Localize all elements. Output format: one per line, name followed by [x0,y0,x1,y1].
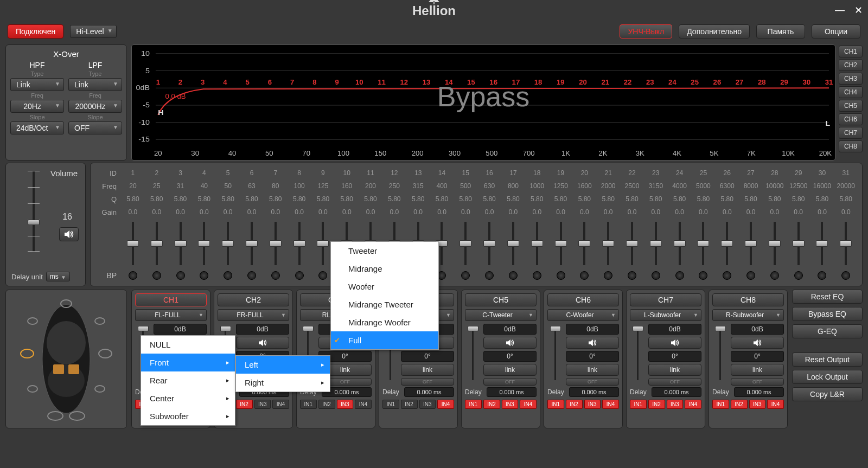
input-1-button[interactable]: IN1 [547,400,564,409]
bp-toggle-8[interactable] [295,271,304,280]
eq-gains-29[interactable]: 0.0 [787,208,810,216]
eq-slider-27[interactable] [739,219,763,268]
ch-phase-value[interactable]: 0° [648,351,701,362]
eq-slider-24[interactable] [668,219,692,268]
eq-qs-28[interactable]: 5.80 [763,195,787,203]
menu-item-null[interactable]: NULL [141,336,235,354]
eq-freqs-9[interactable]: 125 [311,182,335,190]
eq-gains-21[interactable]: 0.0 [596,208,620,216]
eq-gains-1[interactable]: 0.0 [121,208,145,216]
eq-qs-2[interactable]: 5.80 [145,195,169,203]
eq-gains-26[interactable]: 0.0 [715,208,739,216]
ch-role-dropdown[interactable]: FL-FULL [135,309,207,321]
volume-slider[interactable] [25,171,42,252]
eq-freqs-27[interactable]: 8000 [739,182,763,190]
eq-qs-17[interactable]: 5.80 [501,195,525,203]
bp-toggle-20[interactable] [580,271,589,280]
role-menu-level2[interactable]: Left▸Right▸ [235,355,330,392]
bp-toggle-2[interactable] [152,271,161,280]
eq-qs-16[interactable]: 5.80 [477,195,501,203]
input-3-button[interactable]: IN3 [254,400,271,409]
link-button[interactable]: link [483,364,537,376]
eq-qs-19[interactable]: 5.80 [549,195,573,203]
eq-slider-31[interactable] [834,219,858,268]
eq-freqs-17[interactable]: 800 [501,182,525,190]
eq-gains-22[interactable]: 0.0 [620,208,644,216]
input-2-button[interactable]: IN2 [483,400,500,409]
bp-toggle-7[interactable] [271,271,280,280]
input-3-button[interactable]: IN3 [667,400,684,409]
eq-slider-25[interactable] [692,219,716,268]
hpf-type-dropdown[interactable]: Link [10,78,64,91]
input-2-button[interactable]: IN2 [236,400,253,409]
eq-slider-29[interactable] [787,219,810,268]
eq-freqs-19[interactable]: 1250 [549,182,573,190]
eq-slider-20[interactable] [572,219,596,268]
role-menu-level1[interactable]: NULLFront▸Rear▸Center▸Subwoofer▸ [141,335,235,426]
ch-gain-slider[interactable] [547,324,564,384]
eq-gains-14[interactable]: 0.0 [430,208,454,216]
input-1-button[interactable]: IN1 [465,400,482,409]
eq-qs-23[interactable]: 5.80 [644,195,668,203]
bp-toggle-19[interactable] [557,271,565,280]
lpf-slope-dropdown[interactable]: OFF [68,121,122,134]
eq-slider-7[interactable] [264,219,288,268]
delay-value[interactable]: 0.000 ms [569,387,619,397]
input-2-button[interactable]: IN2 [648,400,665,409]
ch-select-ch1[interactable]: CH1 [839,46,863,57]
eq-freqs-29[interactable]: 12500 [787,182,810,190]
input-4-button[interactable]: IN4 [602,400,619,409]
input-1-button[interactable]: IN1 [382,400,399,409]
eq-gains-15[interactable]: 0.0 [454,208,477,216]
bp-toggle-24[interactable] [675,271,684,280]
input-3-button[interactable]: IN3 [419,400,436,409]
delay-value[interactable]: 0.000 ms [404,387,454,397]
ch-button[interactable]: CH2 [218,293,289,306]
menu-item-midrange-woofer[interactable]: Midrange Woofer [331,313,438,331]
bp-toggle-31[interactable] [841,271,850,280]
eq-gains-11[interactable]: 0.0 [359,208,382,216]
ch-phase-value[interactable]: 0° [731,351,784,362]
menu-item-rear[interactable]: Rear▸ [141,371,235,389]
eq-qs-20[interactable]: 5.80 [572,195,596,203]
eq-slider-2[interactable] [145,219,169,268]
eq-gains-23[interactable]: 0.0 [644,208,668,216]
eq-qs-31[interactable]: 5.80 [834,195,858,203]
eq-freqs-15[interactable]: 500 [454,182,477,190]
menu-item-woofer[interactable]: Woofer [331,278,438,296]
eq-slider-15[interactable] [454,219,477,268]
eq-qs-24[interactable]: 5.80 [668,195,692,203]
bp-toggle-26[interactable] [723,271,731,280]
menu-item-left[interactable]: Left▸ [236,356,330,374]
eq-slider-23[interactable] [644,219,668,268]
link-button[interactable]: link [648,364,701,376]
link-button[interactable]: link [731,364,784,376]
hpf-freq-dropdown[interactable]: 20Hz [10,100,64,113]
hpf-slope-dropdown[interactable]: 24dB/Oct [10,121,64,134]
ch-phase-value[interactable]: 0° [483,351,537,362]
menu-item-tweeter[interactable]: Tweeter [331,242,438,260]
ch-select-ch5[interactable]: CH5 [839,100,863,112]
mute-button[interactable] [483,337,537,349]
ch-select-ch8[interactable]: CH8 [839,140,863,152]
ch-role-dropdown[interactable]: R-Subwoofer [712,309,784,321]
close-button[interactable]: ✕ [854,4,863,16]
role-menu-level3[interactable]: TweeterMidrangeWooferMidrange TweeterMid… [330,241,439,350]
ch-select-ch2[interactable]: CH2 [839,59,863,71]
eq-gains-3[interactable]: 0.0 [169,208,193,216]
eq-gains-25[interactable]: 0.0 [692,208,716,216]
eq-qs-15[interactable]: 5.80 [454,195,477,203]
level-dropdown[interactable]: Hi-Level [70,25,116,38]
mute-button[interactable] [648,337,701,349]
options-button[interactable]: Опции [812,24,860,39]
eq-freqs-2[interactable]: 25 [145,182,169,190]
menu-item-subwoofer[interactable]: Subwoofer▸ [141,407,235,425]
eq-gains-6[interactable]: 0.0 [240,208,264,216]
ch-button[interactable]: CH1 [135,293,207,306]
bp-toggle-28[interactable] [770,271,779,280]
eq-gains-18[interactable]: 0.0 [525,208,549,216]
eq-gains-7[interactable]: 0.0 [264,208,288,216]
bp-toggle-18[interactable] [533,271,541,280]
eq-freqs-20[interactable]: 1600 [572,182,596,190]
input-1-button[interactable]: IN1 [630,400,647,409]
